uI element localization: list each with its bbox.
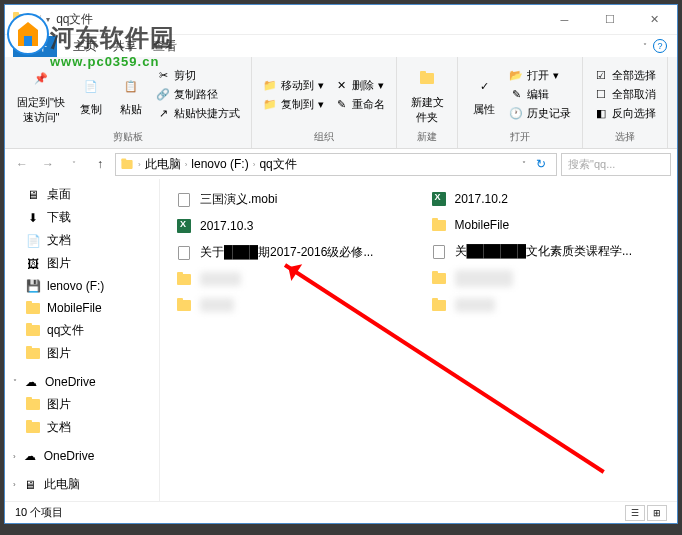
sidebar-item-lenovo[interactable]: 💾lenovo (F:) <box>5 275 159 297</box>
tab-share[interactable]: 共享 <box>113 38 137 55</box>
open-button[interactable]: 📂打开 ▾ <box>506 67 574 84</box>
copy-button[interactable]: 📄 复制 <box>73 70 109 119</box>
file-item[interactable]: ████7 <box>429 295 664 315</box>
pictures-icon: 🖼 <box>25 256 41 272</box>
refresh-button[interactable]: ↻ <box>530 157 552 171</box>
properties-icon: ✓ <box>470 72 498 100</box>
qat-dropdown-icon[interactable]: ▾ <box>46 15 50 24</box>
breadcrumb[interactable]: › 此电脑 › lenovo (F:) › qq文件 ˅ ↻ <box>115 153 557 176</box>
invert-icon: ◧ <box>594 107 608 121</box>
sidebar-item-pictures3[interactable]: 图片 <box>5 393 159 416</box>
file-item[interactable]: MobileFile <box>429 215 664 235</box>
ribbon-collapse-icon[interactable]: ˅ <box>643 42 647 51</box>
close-button[interactable]: ✕ <box>632 5 677 35</box>
explorer-window: | ▾ qq文件 ─ ☐ ✕ 文件 主页 共享 查看 ˅ ? 📌 固定到"快速访… <box>4 4 678 524</box>
onedrive-icon: ☁ <box>23 374 39 390</box>
pc-icon: 🖥 <box>22 477 38 493</box>
sidebar-item-qqfiles[interactable]: qq文件 <box>5 319 159 342</box>
delete-icon: ✕ <box>334 78 348 92</box>
up-button[interactable]: ↑ <box>89 153 111 175</box>
new-label: 新建 <box>417 128 437 144</box>
paste-button[interactable]: 📋 粘贴 <box>113 70 149 119</box>
sidebar-item-thispc[interactable]: ›🖥此电脑 <box>5 473 159 496</box>
bc-dropdown-icon[interactable]: ˅ <box>522 160 526 169</box>
open-icon: 📂 <box>509 69 523 83</box>
tab-home[interactable]: 主页 <box>73 38 97 55</box>
forward-button[interactable]: → <box>37 153 59 175</box>
sidebar-item-desktop[interactable]: 🖥桌面 <box>5 183 159 206</box>
open-group-label: 打开 <box>510 128 530 144</box>
menubar: 文件 主页 共享 查看 ˅ ? <box>5 35 677 57</box>
back-button[interactable]: ← <box>11 153 33 175</box>
edit-icon: ✎ <box>509 88 523 102</box>
properties-button[interactable]: ✓ 属性 <box>466 70 502 119</box>
search-input[interactable]: 搜索"qq... <box>561 153 671 176</box>
file-list: 三国演义.mobi 2017.10.3 关于████期2017-2016级必修.… <box>160 179 677 501</box>
rename-button[interactable]: ✎重命名 <box>331 96 388 113</box>
moveto-button[interactable]: 📁移动到 ▾ <box>260 77 327 94</box>
bc-folder[interactable]: qq文件 <box>259 156 296 173</box>
view-details-button[interactable]: ☰ <box>625 505 645 521</box>
file-item[interactable]: 关███████文化素质类课程学... <box>429 241 664 262</box>
item-count: 10 个项目 <box>15 505 63 520</box>
selectnone-button[interactable]: ☐全部取消 <box>591 86 659 103</box>
view-icons-button[interactable]: ⊞ <box>647 505 667 521</box>
select-label: 选择 <box>615 128 635 144</box>
selectall-button[interactable]: ☑全部选择 <box>591 67 659 84</box>
file-item[interactable]: 2017.10.3 <box>174 216 409 236</box>
qat-sep: | <box>39 13 42 27</box>
copyto-icon: 📁 <box>263 97 277 111</box>
sidebar-item-documents[interactable]: 📄文档 <box>5 229 159 252</box>
copy-icon: 📄 <box>77 72 105 100</box>
maximize-button[interactable]: ☐ <box>587 5 632 35</box>
newfolder-button[interactable]: 新建文件夹 <box>405 63 449 127</box>
sidebar-item-downloads[interactable]: ⬇下载 <box>5 206 159 229</box>
cut-button[interactable]: ✂剪切 <box>153 67 243 84</box>
titlebar: | ▾ qq文件 ─ ☐ ✕ <box>5 5 677 35</box>
bc-folder-icon <box>121 160 132 169</box>
invertsel-button[interactable]: ◧反向选择 <box>591 105 659 122</box>
recent-dropdown-icon[interactable]: ˅ <box>63 153 85 175</box>
sidebar-item-pictures2[interactable]: 图片 <box>5 342 159 365</box>
file-item[interactable]: ████ <box>174 295 409 315</box>
clipboard-label: 剪贴板 <box>113 128 143 144</box>
history-button[interactable]: 🕐历史记录 <box>506 105 574 122</box>
pin-button[interactable]: 📌 固定到"快速访问" <box>13 63 69 127</box>
moveto-icon: 📁 <box>263 78 277 92</box>
cut-icon: ✂ <box>156 69 170 83</box>
tab-file[interactable]: 文件 <box>13 36 57 57</box>
ribbon-group-open: ✓ 属性 📂打开 ▾ ✎编辑 🕐历史记录 打开 <box>458 57 583 148</box>
copypath-button[interactable]: 🔗复制路径 <box>153 86 243 103</box>
sidebar-item-documents2[interactable]: 文档 <box>5 416 159 439</box>
shortcut-icon: ↗ <box>156 107 170 121</box>
onedrive-icon: ☁ <box>22 448 38 464</box>
ribbon-group-select: ☑全部选择 ☐全部取消 ◧反向选择 选择 <box>583 57 668 148</box>
bc-thispc[interactable]: 此电脑 <box>145 156 181 173</box>
file-item[interactable]: 形████用 <box>429 268 664 289</box>
sidebar-item-onedrive[interactable]: ˅☁OneDrive <box>5 371 159 393</box>
sidebar: 🖥桌面 ⬇下载 📄文档 🖼图片 💾lenovo (F:) MobileFile … <box>5 179 160 501</box>
tab-view[interactable]: 查看 <box>153 38 177 55</box>
ribbon: 📌 固定到"快速访问" 📄 复制 📋 粘贴 ✂剪切 🔗复制路径 ↗粘贴快捷方式 <box>5 57 677 149</box>
window-title: qq文件 <box>56 11 542 28</box>
paste-shortcut-button[interactable]: ↗粘贴快捷方式 <box>153 105 243 122</box>
copyto-button[interactable]: 📁复制到 ▾ <box>260 96 327 113</box>
bc-drive[interactable]: lenovo (F:) <box>191 157 248 171</box>
downloads-icon: ⬇ <box>25 210 41 226</box>
newfolder-icon <box>413 65 441 93</box>
file-item[interactable]: 2017.10.2 <box>429 189 664 209</box>
path-icon: 🔗 <box>156 88 170 102</box>
sidebar-item-mobilefile[interactable]: MobileFile <box>5 297 159 319</box>
sidebar-item-pictures[interactable]: 🖼图片 <box>5 252 159 275</box>
minimize-button[interactable]: ─ <box>542 5 587 35</box>
ribbon-group-organize: 📁移动到 ▾ 📁复制到 ▾ ✕删除 ▾ ✎重命名 组织 <box>252 57 397 148</box>
edit-button[interactable]: ✎编辑 <box>506 86 574 103</box>
history-icon: 🕐 <box>509 107 523 121</box>
sidebar-item-onedrive2[interactable]: ›☁OneDrive <box>5 445 159 467</box>
file-item[interactable]: 三国演义.mobi <box>174 189 409 210</box>
help-icon[interactable]: ? <box>653 39 667 53</box>
organize-label: 组织 <box>314 128 334 144</box>
selectnone-icon: ☐ <box>594 88 608 102</box>
delete-button[interactable]: ✕删除 ▾ <box>331 77 388 94</box>
ribbon-group-clipboard: 📌 固定到"快速访问" 📄 复制 📋 粘贴 ✂剪切 🔗复制路径 ↗粘贴快捷方式 <box>5 57 252 148</box>
